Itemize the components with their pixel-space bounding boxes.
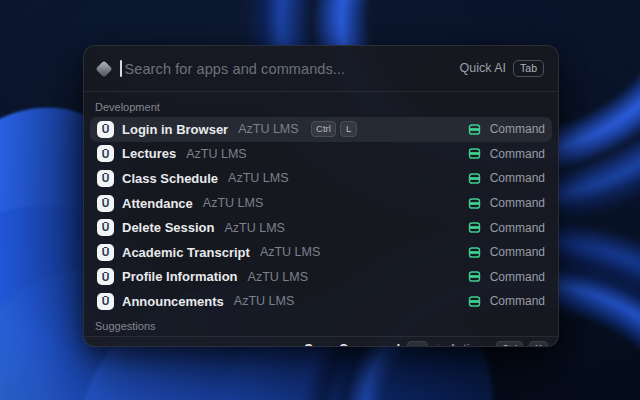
desktop: Search for apps and commands... Quick AI… — [0, 0, 640, 400]
aztu-app-icon: Ū — [97, 121, 114, 138]
result-subtitle: AzTU LMS — [234, 294, 294, 308]
result-type-label: Command — [490, 122, 545, 136]
footer-divider: | — [436, 342, 441, 347]
search-bar: Search for apps and commands... Quick AI… — [84, 46, 558, 92]
result-type-label: Command — [490, 147, 545, 161]
section-header-development: Development — [90, 95, 552, 117]
results-rows: Ū Login in Browser AzTU LMS CtrlL Comman… — [90, 117, 552, 314]
command-terminal-icon — [468, 295, 481, 308]
result-shortcut: CtrlL — [311, 121, 357, 137]
results-list: Development Ū Login in Browser AzTU LMS … — [84, 92, 558, 336]
result-row[interactable]: Ū Login in Browser AzTU LMS CtrlL Comman… — [90, 117, 552, 142]
result-row[interactable]: Ū Announcements AzTU LMS Command — [90, 289, 552, 314]
result-subtitle: AzTU LMS — [186, 147, 246, 161]
result-subtitle: AzTU LMS — [228, 171, 288, 185]
result-subtitle: AzTU LMS — [225, 221, 285, 235]
command-terminal-icon — [468, 270, 481, 283]
command-terminal-icon — [468, 221, 481, 234]
launcher-diamond-icon — [96, 60, 113, 77]
k-key-badge: K — [529, 341, 548, 347]
result-type-label: Command — [490, 245, 545, 259]
search-placeholder: Search for apps and commands... — [125, 61, 346, 77]
tab-key-badge: Tab — [513, 60, 544, 77]
result-title: Class Schedule — [122, 171, 218, 186]
result-meta: Command — [468, 245, 545, 259]
enter-key-badge: ↵ — [407, 341, 427, 347]
result-meta: Command — [468, 270, 545, 284]
result-title: Announcements — [122, 294, 224, 309]
result-title: Profile Information — [122, 269, 238, 284]
aztu-app-icon: Ū — [97, 244, 114, 261]
result-subtitle: AzTU LMS — [248, 270, 308, 284]
actions-label: Actions — [449, 342, 490, 347]
result-row[interactable]: Ū Profile Information AzTU LMS Command — [90, 265, 552, 290]
footer-bar: Open Command ↵ | Actions Ctrl K — [84, 336, 558, 347]
command-terminal-icon — [468, 147, 481, 160]
aztu-app-icon: Ū — [97, 268, 114, 285]
result-row[interactable]: Ū Class Schedule AzTU LMS Command — [90, 166, 552, 191]
shortcut-key: L — [340, 121, 356, 137]
open-command-label: Open Command — [304, 342, 401, 347]
aztu-app-icon: Ū — [97, 145, 114, 162]
result-row[interactable]: Ū Lectures AzTU LMS Command — [90, 142, 552, 167]
result-title: Login in Browser — [122, 122, 228, 137]
actions-button[interactable]: Actions Ctrl K — [449, 341, 548, 347]
result-row[interactable]: Ū Delete Session AzTU LMS Command — [90, 215, 552, 240]
launcher-menu-icon[interactable] — [94, 346, 107, 348]
shortcut-key: Ctrl — [311, 121, 337, 137]
result-title: Delete Session — [122, 220, 215, 235]
aztu-app-icon: Ū — [97, 293, 114, 310]
command-terminal-icon — [468, 246, 481, 259]
footer-actions: Open Command ↵ | Actions Ctrl K — [304, 341, 548, 347]
result-subtitle: AzTU LMS — [238, 122, 298, 136]
command-terminal-icon — [468, 123, 481, 136]
result-type-label: Command — [490, 294, 545, 308]
quick-ai-label: Quick AI — [460, 61, 507, 75]
result-meta: Command — [468, 171, 545, 185]
result-type-label: Command — [490, 196, 545, 210]
aztu-app-icon: Ū — [97, 219, 114, 236]
command-terminal-icon — [468, 172, 481, 185]
result-type-label: Command — [490, 171, 545, 185]
text-cursor — [120, 60, 122, 77]
quick-ai-button[interactable]: Quick AI Tab — [460, 60, 544, 77]
result-row[interactable]: Ū Academic Transcript AzTU LMS Command — [90, 240, 552, 265]
result-meta: Command — [468, 147, 545, 161]
result-title: Attendance — [122, 196, 193, 211]
command-palette-window: Search for apps and commands... Quick AI… — [83, 45, 559, 347]
result-meta: Command — [468, 221, 545, 235]
ctrl-key-badge: Ctrl — [496, 341, 524, 347]
result-subtitle: AzTU LMS — [260, 245, 320, 259]
result-title: Lectures — [122, 146, 176, 161]
aztu-app-icon: Ū — [97, 170, 114, 187]
result-type-label: Command — [490, 270, 545, 284]
result-row[interactable]: Ū Attendance AzTU LMS Command — [90, 191, 552, 216]
command-terminal-icon — [468, 197, 481, 210]
result-meta: Command — [468, 294, 545, 308]
result-meta: Command — [468, 122, 545, 136]
open-command-button[interactable]: Open Command ↵ — [304, 341, 428, 347]
result-title: Academic Transcript — [122, 245, 250, 260]
search-input[interactable]: Search for apps and commands... — [120, 60, 450, 77]
result-subtitle: AzTU LMS — [203, 196, 263, 210]
result-meta: Command — [468, 196, 545, 210]
aztu-app-icon: Ū — [97, 195, 114, 212]
section-header-suggestions: Suggestions — [90, 314, 552, 336]
result-type-label: Command — [490, 221, 545, 235]
